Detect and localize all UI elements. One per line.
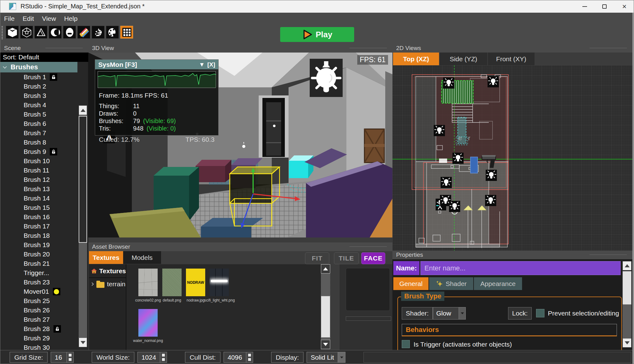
maximize-button[interactable]: [595, 0, 614, 12]
list-item[interactable]: Brush 1: [0, 72, 88, 82]
list-item[interactable]: Brush 9: [0, 147, 88, 156]
value-spinner[interactable]: [67, 352, 74, 363]
minimize-button[interactable]: [575, 0, 595, 12]
list-item[interactable]: Brush 11: [0, 166, 88, 175]
scrollbar-thumb[interactable]: [79, 116, 87, 243]
list-item[interactable]: Brush 25: [0, 296, 88, 306]
scrollbar-down-button[interactable]: [321, 340, 330, 349]
texture-thumbnail: [210, 269, 229, 296]
tile-mode-button[interactable]: TILE: [334, 252, 359, 264]
lock-checkbox[interactable]: [536, 309, 544, 317]
sysmon-header[interactable]: SysMon [F3] ▼ [X]: [95, 60, 218, 69]
crescent-tool-button[interactable]: [49, 26, 62, 39]
dropdown-arrow-icon[interactable]: [459, 307, 465, 319]
value-spinner[interactable]: [246, 352, 253, 363]
list-item[interactable]: Brush 10: [0, 156, 88, 166]
scrollbar-down-button[interactable]: [622, 338, 632, 348]
scrollbar-track[interactable]: [622, 305, 632, 338]
frame-stat: Frame: 18.1ms FPS: 61: [99, 92, 215, 99]
collapse-button[interactable]: ▼: [199, 61, 205, 68]
status-value-input[interactable]: Solid Lit: [307, 352, 338, 363]
menu-edit[interactable]: Edit: [23, 15, 34, 22]
subtract-oval-tool-button[interactable]: [63, 26, 76, 39]
sort-selector[interactable]: Sort: Default: [0, 53, 88, 62]
menu-view[interactable]: View: [42, 15, 56, 22]
list-item[interactable]: Brush 8: [0, 138, 88, 147]
status-value-input[interactable]: 1024: [137, 352, 160, 363]
sysmon-close-button[interactable]: [X]: [207, 61, 215, 68]
list-item[interactable]: Trigger...: [0, 268, 88, 278]
close-button[interactable]: ×: [614, 0, 634, 12]
tree-root-textures[interactable]: Textures: [89, 264, 126, 278]
list-item[interactable]: Brush 27: [0, 315, 88, 324]
is-trigger-checkbox[interactable]: [402, 340, 410, 348]
material-layers-tool-button[interactable]: [77, 26, 90, 39]
terrain-mesh-tool-button[interactable]: [92, 26, 104, 39]
light-billboard[interactable]: [310, 59, 343, 97]
shader-dropdown[interactable]: Glow: [433, 307, 466, 320]
scrollbar-down-button[interactable]: [79, 338, 87, 347]
list-item[interactable]: Brush 13: [0, 184, 88, 194]
tab-general[interactable]: General: [393, 277, 428, 290]
list-item[interactable]: Brush 26: [0, 306, 88, 315]
list-item[interactable]: Brush 28: [0, 324, 88, 334]
scrollbar-thumb[interactable]: [622, 271, 632, 305]
tab-textures[interactable]: Textures: [89, 251, 123, 264]
list-item[interactable]: Brush 5: [0, 110, 88, 119]
scrollbar-thumb[interactable]: [321, 296, 330, 338]
texture-thumbnail: NODRAW: [186, 269, 205, 296]
tab-side-yz[interactable]: Side (YZ): [440, 53, 487, 65]
window-resize-edge[interactable]: [632, 13, 634, 364]
scrollbar-up-button[interactable]: [321, 264, 330, 274]
list-item[interactable]: Brush 20: [0, 250, 88, 259]
value-spinner[interactable]: [160, 352, 167, 363]
list-item[interactable]: Brush 17: [0, 222, 88, 231]
toolbar-drag-handle[interactable]: [2, 26, 3, 40]
texture-card[interactable]: scifi_light_wht.png: [204, 269, 234, 302]
list-item[interactable]: Brush 4: [0, 100, 88, 110]
texture-card[interactable]: water_normal.png: [133, 309, 163, 343]
face-mode-button[interactable]: FACE: [361, 252, 385, 264]
list-item[interactable]: Brush 21: [0, 259, 88, 268]
tree-group-brushes[interactable]: Brushes: [0, 62, 77, 72]
play-button[interactable]: Play: [280, 27, 354, 42]
name-input[interactable]: [420, 261, 621, 275]
tab-models[interactable]: Models: [123, 251, 161, 264]
list-item[interactable]: Brush 18: [0, 231, 88, 240]
wireframe-cube-tool-button[interactable]: [20, 26, 33, 39]
menu-file[interactable]: File: [4, 15, 15, 22]
brush-cube-tool-button[interactable]: [6, 26, 19, 39]
list-item[interactable]: Brush 15: [0, 203, 88, 212]
dropdown-arrow-icon[interactable]: [338, 352, 345, 363]
list-item[interactable]: Brush 29: [0, 334, 88, 343]
list-item[interactable]: Brush 23: [0, 278, 88, 287]
viewport-3d[interactable]: FPS: 61 Λ SysMon [F3] ▼ [X] Frame: 18.1m…: [88, 53, 392, 237]
tab-shader[interactable]: Shader: [429, 277, 473, 290]
status-bar: Grid Size:16World Size:1024Cull Dist:409…: [0, 350, 634, 364]
cone-tool-button[interactable]: [35, 26, 47, 39]
list-item[interactable]: Brush 6: [0, 119, 88, 128]
map-2d-viewport[interactable]: e r: [392, 65, 632, 251]
scrollbar-up-button[interactable]: [622, 261, 632, 270]
tree-folder-terrain[interactable]: terrain: [89, 278, 126, 290]
list-item[interactable]: Brush 30: [0, 343, 88, 350]
list-item[interactable]: Brush 7: [0, 128, 88, 138]
list-item[interactable]: Brush 19: [0, 240, 88, 250]
list-item[interactable]: Brush 3: [0, 91, 88, 100]
list-item[interactable]: Mover01: [0, 287, 88, 296]
menu-help[interactable]: Help: [64, 15, 77, 22]
tab-top-xz[interactable]: Top (XZ): [393, 53, 439, 65]
asset-tree: Textures terrain: [89, 264, 126, 350]
list-item[interactable]: Brush 14: [0, 194, 88, 203]
palette-tool-button[interactable]: [106, 26, 119, 39]
scrollbar-up-button[interactable]: [79, 105, 87, 115]
fit-mode-button[interactable]: FIT: [305, 252, 329, 264]
tab-front-xy[interactable]: Front (XY): [488, 53, 535, 65]
status-value-input[interactable]: 16: [51, 352, 67, 363]
list-item[interactable]: Brush 12: [0, 175, 88, 184]
status-value-input[interactable]: 4096: [224, 352, 246, 363]
list-item[interactable]: Brush 16: [0, 212, 88, 222]
list-item[interactable]: Brush 2: [0, 82, 88, 91]
grid-tool-button[interactable]: [120, 26, 133, 39]
tab-appearance[interactable]: Appearance: [474, 277, 522, 290]
